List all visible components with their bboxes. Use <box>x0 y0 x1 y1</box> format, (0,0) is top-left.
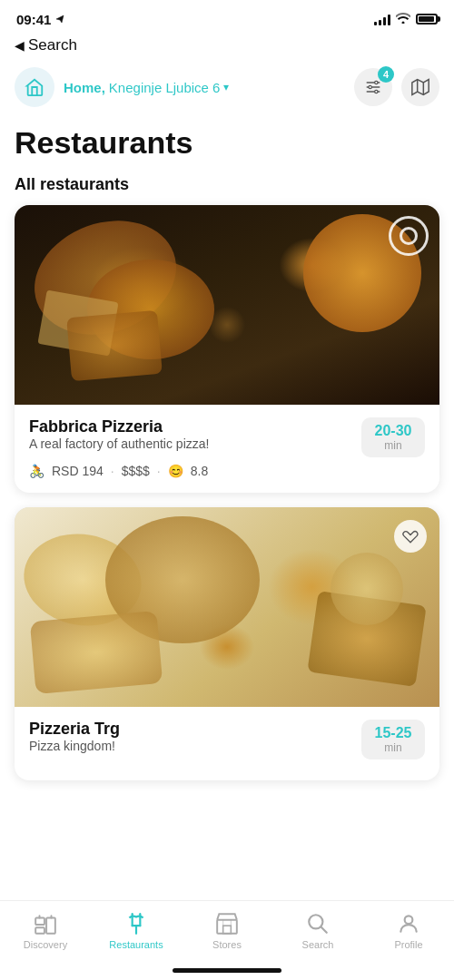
back-label: Search <box>28 36 77 54</box>
location-actions: 4 <box>354 68 439 106</box>
signal-icon <box>374 13 390 25</box>
svg-line-21 <box>321 927 327 933</box>
card-info-2: Pizzeria Trg Pizza kingdom! 15-25 min <box>15 707 439 780</box>
map-button[interactable] <box>401 68 439 106</box>
restaurant-desc-1: A real factory of authentic pizza! <box>29 436 209 451</box>
nav-item-search[interactable]: Search <box>272 908 363 950</box>
ring-overlay <box>389 216 429 256</box>
delivery-icon: 🚴 <box>29 464 44 478</box>
location-bar: Home, Kneginje Ljubice 6 ▾ 4 <box>0 62 454 116</box>
svg-point-5 <box>375 90 378 93</box>
nav-label-search: Search <box>302 939 334 950</box>
filter-button[interactable]: 4 <box>354 68 392 106</box>
time-unit-2: min <box>372 741 414 754</box>
restaurant-name-1: Fabbrica Pizzeria <box>29 417 209 436</box>
svg-rect-16 <box>217 920 237 934</box>
stores-icon <box>215 912 239 936</box>
svg-point-3 <box>375 81 378 83</box>
location-arrow-icon <box>54 14 65 24</box>
battery-icon <box>416 14 438 24</box>
svg-rect-10 <box>35 927 44 934</box>
restaurant-image-2 <box>15 507 439 707</box>
home-icon <box>25 77 44 97</box>
home-icon-circle <box>15 67 54 107</box>
restaurant-time-2: 15-25 min <box>361 720 425 760</box>
nav-item-restaurants[interactable]: Restaurants <box>91 908 182 950</box>
home-indicator <box>173 968 281 973</box>
chevron-down-icon: ▾ <box>223 81 229 93</box>
rating-icon-1: 😊 <box>168 464 183 478</box>
wifi-svg <box>396 13 410 24</box>
nav-item-stores[interactable]: Stores <box>182 908 272 950</box>
svg-point-22 <box>405 916 413 924</box>
location-left: Home, Kneginje Ljubice 6 ▾ <box>15 67 229 107</box>
nav-label-stores: Stores <box>212 939 242 950</box>
svg-rect-17 <box>223 926 232 934</box>
search-nav-icon <box>306 912 330 936</box>
restaurants-icon <box>124 912 148 936</box>
heart-btn-2[interactable] <box>394 520 427 553</box>
delivery-cost-1: RSD 194 <box>52 464 104 478</box>
section-label: All restaurants <box>0 166 454 205</box>
time-unit-1: min <box>372 439 414 452</box>
card-info-1: Fabbrica Pizzeria A real factory of auth… <box>15 405 439 493</box>
restaurant-card-1[interactable]: Fabbrica Pizzeria A real factory of auth… <box>15 205 439 493</box>
restaurant-time-1: 20-30 min <box>361 417 425 457</box>
nav-item-discovery[interactable]: Discovery <box>0 908 91 950</box>
wifi-icon <box>396 12 410 26</box>
location-home-label: Home, <box>64 80 105 95</box>
back-arrow-icon: ◀ <box>15 38 25 53</box>
nav-label-restaurants: Restaurants <box>109 939 163 950</box>
svg-marker-6 <box>412 80 429 95</box>
card-top-row-2: Pizzeria Trg Pizza kingdom! 15-25 min <box>29 720 425 762</box>
location-address: Kneginje Ljubice 6 <box>109 80 221 95</box>
status-bar: 09:41 <box>0 0 454 33</box>
time-value-2: 15-25 <box>372 725 414 741</box>
restaurant-image-1 <box>15 205 439 405</box>
filter-icon <box>364 78 382 96</box>
svg-point-4 <box>369 85 371 88</box>
restaurant-desc-2: Pizza kingdom! <box>29 739 120 753</box>
map-icon <box>411 78 429 96</box>
restaurant-list: Fabbrica Pizzeria A real factory of auth… <box>0 205 454 780</box>
price-range-1: $$$$ <box>122 464 150 478</box>
status-time: 09:41 <box>16 12 65 27</box>
card-top-row-1: Fabbrica Pizzeria A real factory of auth… <box>29 417 425 460</box>
rating-value-1: 8.8 <box>191 464 208 478</box>
card-meta-1: 🚴 RSD 194 · $$$$ · 😊 8.8 <box>29 464 425 478</box>
nav-item-profile[interactable]: Profile <box>363 908 454 950</box>
location-text[interactable]: Home, Kneginje Ljubice 6 ▾ <box>64 80 229 95</box>
page-title: Restaurants <box>0 116 454 166</box>
discovery-icon <box>34 912 57 936</box>
profile-icon <box>397 912 420 936</box>
time-value-1: 20-30 <box>372 423 414 439</box>
restaurant-card-2[interactable]: Pizzeria Trg Pizza kingdom! 15-25 min <box>15 507 439 780</box>
back-nav[interactable]: ◀ Search <box>0 33 454 62</box>
status-icons <box>374 12 438 26</box>
nav-label-discovery: Discovery <box>24 939 67 950</box>
svg-rect-11 <box>46 918 55 934</box>
restaurant-name-2: Pizzeria Trg <box>29 720 120 739</box>
heart-icon-2 <box>402 529 419 544</box>
nav-label-profile: Profile <box>394 939 422 950</box>
svg-rect-9 <box>35 918 44 926</box>
filter-badge: 4 <box>378 66 394 83</box>
